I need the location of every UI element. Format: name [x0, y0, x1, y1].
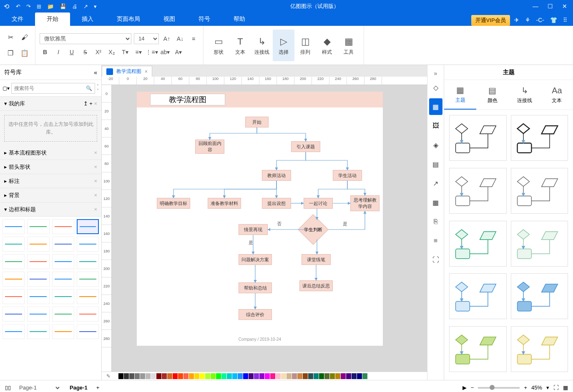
shape-thumb[interactable]	[3, 272, 25, 287]
theme-tab-连接线[interactable]: ↳连接线	[509, 80, 541, 110]
shape-thumb[interactable]	[77, 289, 99, 304]
node-practice[interactable]: 课堂练笔	[302, 254, 331, 265]
size-select[interactable]: 14	[134, 33, 159, 44]
color-swatch[interactable]	[194, 373, 199, 379]
underline-icon[interactable]: U	[66, 47, 77, 57]
node-summary[interactable]: 课后总结反思	[299, 280, 333, 291]
redo-icon[interactable]: ↷	[26, 3, 31, 10]
new-icon[interactable]: ⊞	[37, 3, 41, 10]
shape-thumb[interactable]	[3, 289, 25, 304]
shape-thumb[interactable]	[52, 237, 74, 252]
node-redo[interactable]: 情景再现	[239, 224, 268, 235]
cat-item[interactable]: ▸ 基本流程图形状×	[0, 146, 101, 160]
shape-thumb[interactable]	[52, 324, 74, 339]
eyedropper-icon[interactable]: ✎	[104, 373, 113, 379]
strip-list-icon[interactable]: ≡	[429, 232, 442, 249]
theme-item[interactable]	[449, 273, 507, 319]
add-icon[interactable]: +	[89, 100, 93, 107]
color-swatch[interactable]	[124, 373, 129, 379]
color-swatch[interactable]	[303, 373, 308, 379]
document-tab[interactable]: 教学流程图 ×	[102, 66, 152, 77]
copy-icon[interactable]: ❐	[4, 46, 17, 60]
color-swatch[interactable]	[118, 373, 123, 379]
cat-item[interactable]: ▸ 箭头形状×	[0, 160, 101, 174]
color-swatch[interactable]	[129, 373, 134, 379]
shape-thumb[interactable]	[77, 307, 99, 322]
color-swatch[interactable]	[292, 373, 297, 379]
node-discuss[interactable]: 一起讨论	[304, 198, 333, 209]
app-logo[interactable]: ⟲	[0, 0, 13, 12]
theme-tab-颜色[interactable]: ▤颜色	[476, 80, 508, 110]
close-cat-icon[interactable]: ×	[94, 100, 97, 107]
close-tab-icon[interactable]: ×	[145, 69, 148, 75]
minimize-icon[interactable]: —	[533, 3, 538, 10]
color-swatch[interactable]	[352, 373, 357, 379]
code-icon[interactable]: -C-	[536, 17, 544, 23]
menu-tab-5[interactable]: 符号	[187, 12, 222, 26]
brush-icon[interactable]: 🖌	[18, 30, 31, 45]
menu-tab-1[interactable]: 开始	[35, 12, 70, 26]
vip-button[interactable]: 开通VIP会员	[471, 15, 510, 26]
theme-item[interactable]	[511, 115, 568, 161]
menu-tab-4[interactable]: 视图	[152, 12, 187, 26]
color-swatch[interactable]	[362, 373, 367, 379]
node-solve[interactable]: 问题解决方案	[239, 254, 272, 265]
bold-icon[interactable]: B	[40, 47, 50, 57]
highlight-icon[interactable]: T▾	[120, 47, 131, 57]
color-swatch[interactable]	[335, 373, 340, 379]
strip-page-icon[interactable]: ▤	[429, 156, 442, 172]
menu-tab-0[interactable]: 文件	[0, 12, 35, 26]
shape-thumb[interactable]	[27, 289, 49, 304]
ribbon-形状[interactable]: ▭形状	[208, 30, 229, 61]
strip-image-icon[interactable]: 🖼	[429, 117, 442, 134]
color-swatch[interactable]	[341, 373, 346, 379]
linespace-icon[interactable]: ≡	[188, 33, 199, 44]
color-swatch[interactable]	[227, 373, 232, 379]
add-page-icon[interactable]: +	[96, 385, 100, 391]
color-swatch[interactable]	[211, 373, 216, 379]
shape-thumb[interactable]	[27, 237, 49, 252]
spacing-icon[interactable]: ab▾	[160, 47, 171, 57]
theme-item[interactable]	[449, 221, 507, 267]
strip-chart-icon[interactable]: ↗	[429, 175, 442, 192]
down-icon[interactable]: ˅	[97, 88, 99, 93]
node-judge[interactable]: 学生判断	[302, 219, 332, 235]
strip-layers-icon[interactable]: ◈	[429, 137, 442, 153]
superscript-icon[interactable]: X²	[93, 47, 104, 57]
align-icon[interactable]: ≡▾	[133, 47, 144, 57]
shape-thumb[interactable]	[27, 307, 49, 322]
menu-tab-3[interactable]: 页面布局	[105, 12, 152, 26]
shape-thumb[interactable]	[27, 254, 49, 269]
shape-thumb[interactable]	[3, 324, 25, 339]
theme-item[interactable]	[511, 273, 568, 319]
shrink-font-icon[interactable]: A↓	[175, 33, 186, 44]
expand-right-icon[interactable]: »	[434, 67, 437, 79]
export-icon[interactable]: ↗	[83, 3, 88, 10]
shape-thumb[interactable]	[77, 324, 99, 339]
color-swatch[interactable]	[173, 373, 178, 379]
color-swatch[interactable]	[178, 373, 183, 379]
zoom-in-icon[interactable]: +	[524, 385, 527, 391]
page[interactable]: 教学流程图 开始 回顾前面内容 引入课题 教师活动 学生活动 明确教学目标 准备…	[137, 92, 383, 346]
shape-thumb[interactable]	[27, 272, 49, 287]
color-swatch[interactable]	[243, 373, 248, 379]
zoom-out-icon[interactable]: −	[471, 385, 474, 391]
shape-thumb[interactable]	[3, 307, 25, 322]
color-swatch[interactable]	[140, 373, 145, 379]
menu-tab-6[interactable]: 帮助	[222, 12, 257, 26]
theme-tab-主题[interactable]: ▦主题	[444, 80, 476, 110]
color-swatch[interactable]	[113, 373, 118, 379]
color-swatch[interactable]	[254, 373, 259, 379]
shape-thumb[interactable]	[77, 272, 99, 287]
color-swatch[interactable]	[346, 373, 351, 379]
color-swatch[interactable]	[162, 373, 167, 379]
shape-thumb[interactable]	[77, 237, 99, 252]
close-icon[interactable]: ✕	[562, 3, 567, 10]
ribbon-文本[interactable]: T文本	[229, 30, 251, 61]
save-icon[interactable]: 💾	[60, 3, 66, 10]
send-icon[interactable]: ✈	[514, 17, 519, 23]
shape-thumb[interactable]	[3, 237, 25, 252]
paste-icon[interactable]: 📋	[18, 46, 31, 60]
shape-thumb[interactable]	[3, 254, 25, 269]
theme-item[interactable]	[449, 168, 507, 214]
